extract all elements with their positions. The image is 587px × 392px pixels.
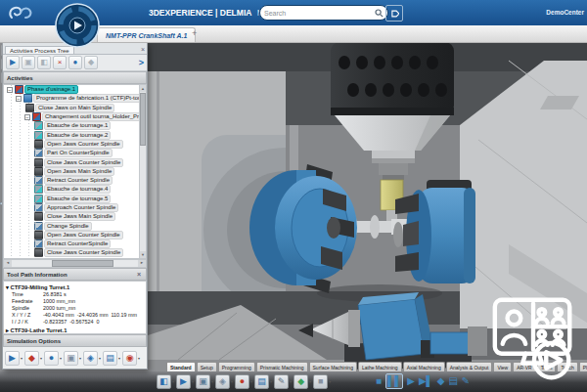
expand-toolbar-icon[interactable]: > — [139, 58, 144, 67]
action-tab-prismatic-machining[interactable]: Prismatic Machining — [256, 362, 308, 371]
action-tab-analysis-output[interactable]: Analysis & Output — [446, 362, 493, 371]
tree-item[interactable]: Retract Counter Spindle — [4, 176, 140, 185]
trace-options-icon-dropdown[interactable]: ▾ — [99, 356, 101, 361]
toolpath-section-header[interactable]: ▾ CTF39-Milling Turret.1 — [6, 284, 144, 290]
scrollbar-thumb[interactable] — [140, 93, 146, 146]
account-name[interactable]: DemoCenter — [546, 9, 584, 16]
display-options-icon[interactable]: ▤ — [103, 351, 117, 366]
demo-video-overlay-icon[interactable] — [487, 290, 583, 386]
action-tab-lathe-machining[interactable]: Lathe Machining — [358, 362, 402, 371]
scroll-left-icon[interactable]: ◄ — [4, 260, 12, 267]
event-list-button[interactable]: ▤ — [448, 374, 457, 388]
tree-item[interactable]: −Phase d'usinage.1 — [4, 85, 140, 94]
restore-state-icon[interactable]: ▣ — [22, 56, 35, 69]
preview-simulation-icon[interactable]: ▶ — [176, 374, 191, 389]
add-tab-button[interactable]: + — [192, 29, 197, 38]
pause-button[interactable]: ▌▌ — [385, 373, 403, 389]
display-options-icon-dropdown[interactable]: ▾ — [118, 356, 120, 361]
tree-item[interactable]: Open Jaws Main Spindle — [4, 167, 140, 176]
toolpath-info-header[interactable]: Tool Path Information × — [3, 268, 147, 281]
collision-check-icon-dropdown[interactable]: ▾ — [309, 379, 311, 384]
team-review-icon[interactable]: ▤ — [254, 374, 269, 389]
workpiece-simulation-icon[interactable]: ▶ — [5, 351, 20, 366]
scroll-right-icon[interactable]: ► — [138, 260, 146, 267]
report-icon-dropdown[interactable]: ▾ — [290, 379, 292, 384]
preview-simulation-icon-dropdown[interactable]: ▾ — [192, 379, 194, 384]
operator-view-icon[interactable]: ● — [68, 56, 82, 69]
scrollbar-thumb[interactable] — [52, 260, 113, 267]
scroll-down-icon[interactable]: ▼ — [140, 251, 146, 258]
cancel-simulation-icon[interactable]: × — [53, 56, 67, 69]
probe-simulation-icon-dropdown[interactable]: ▾ — [79, 356, 81, 361]
tree-item[interactable]: −Programme de fabrication.1 (CTF)Pt-tour… — [4, 94, 140, 103]
action-tab-axial-machining[interactable]: Axial Machining — [403, 362, 445, 371]
close-icon[interactable]: × — [137, 270, 141, 279]
probe-simulation-icon[interactable]: ▣ — [64, 351, 78, 366]
document-tab[interactable]: NMT-PPR CrankShaft A.1 — [97, 27, 196, 42]
process-flow-icon[interactable]: ■ — [313, 374, 328, 389]
color-analysis-icon-dropdown[interactable]: ▾ — [138, 356, 140, 361]
undo-icon[interactable]: ◧ — [157, 374, 171, 389]
play-button[interactable]: ▶ — [407, 374, 415, 388]
tree-item[interactable]: Open Jaws Counter Spindle — [4, 231, 140, 240]
process-flow-icon-dropdown[interactable]: ▾ — [329, 379, 331, 384]
action-tab-programming[interactable]: Programming — [218, 362, 255, 371]
tree-item[interactable]: Part On CounterSpindle — [4, 149, 140, 157]
machine-icon-dropdown[interactable]: ▾ — [211, 379, 213, 384]
expander-icon[interactable]: − — [24, 114, 30, 120]
team-review-icon-dropdown[interactable]: ▾ — [270, 379, 272, 384]
tree-item[interactable]: Ebauche de tournage.2 — [4, 130, 140, 139]
tree-item[interactable]: Close Jaws on Main Spindle — [4, 104, 140, 112]
stop-button[interactable]: ■ — [376, 374, 382, 388]
step-forward-button[interactable]: ▶▌ — [419, 374, 433, 388]
expander-icon[interactable]: − — [16, 96, 22, 102]
simulation-options-header[interactable]: Simulation Options — [3, 334, 147, 347]
run-simulation-icon[interactable]: ▶ — [6, 56, 20, 69]
tree-item[interactable]: Ebauche de tournage.5 — [4, 195, 140, 203]
3dexperience-compass[interactable] — [54, 2, 101, 49]
expander-icon[interactable]: − — [7, 87, 13, 93]
operator-simulation-icon-dropdown[interactable]: ▾ — [60, 356, 62, 361]
tree-item[interactable]: −Changement outil tourna_Holder_Product1 — [4, 112, 140, 121]
tree-vertical-scrollbar[interactable]: ▲ ▼ — [139, 85, 146, 258]
phase-op-icon — [15, 85, 23, 94]
scroll-up-icon[interactable]: ▲ — [140, 85, 146, 92]
trace-options-icon[interactable]: ◈ — [83, 351, 98, 366]
tree-item[interactable]: Ebauche de tournage.4 — [4, 185, 140, 194]
workpiece-simulation-icon-dropdown[interactable]: ▾ — [21, 356, 23, 361]
operator-simulation-icon[interactable]: ● — [44, 351, 59, 366]
save-state-icon[interactable]: ◧ — [37, 56, 51, 69]
search-box[interactable]: Search — [259, 5, 388, 21]
color-map-icon[interactable]: ● — [235, 374, 249, 389]
workpiece-icon-dropdown[interactable]: ▾ — [231, 379, 233, 384]
tree-item[interactable]: Close Jaws Counter Spindle — [4, 248, 140, 257]
color-map-icon-dropdown[interactable]: ▾ — [250, 379, 252, 384]
action-tab-surface-machining[interactable]: Surface Machining — [309, 362, 357, 371]
material-removal-icon[interactable]: ◆ — [84, 56, 98, 69]
undo-icon-dropdown[interactable]: ▾ — [172, 379, 174, 384]
search-icon[interactable] — [375, 9, 384, 18]
workpiece-icon[interactable]: ◈ — [215, 374, 230, 389]
player-options-button[interactable]: ◆ — [437, 374, 445, 388]
tree-item[interactable]: Approach Counter Spindle — [4, 203, 140, 212]
machine-icon[interactable]: ▣ — [196, 374, 210, 389]
action-tab-standard[interactable]: Standard — [166, 362, 196, 371]
tree-item[interactable]: Ebauche de tournage.1 — [4, 121, 140, 130]
3ds-logo[interactable] — [8, 4, 33, 22]
tree-item[interactable]: Close Jaws Main Spindle — [4, 212, 140, 221]
report-icon[interactable]: ✎ — [274, 374, 289, 389]
tag-button[interactable] — [385, 5, 403, 22]
action-tab-setup[interactable]: Setup — [197, 362, 217, 371]
tree-horizontal-scrollbar[interactable]: ◄ ► — [3, 259, 147, 268]
annotate-button[interactable]: ✎ — [462, 374, 470, 388]
tree-item[interactable]: Retract CounterSpindle — [4, 240, 140, 248]
tree-item[interactable]: Close Jaws Counter Spindle — [4, 157, 140, 166]
tree-item[interactable]: Change Spindle — [4, 221, 140, 230]
collision-check-icon[interactable]: ◆ — [294, 374, 308, 389]
close-icon[interactable]: × — [141, 45, 145, 54]
machine-simulation-icon-dropdown[interactable]: ▾ — [40, 356, 42, 361]
tree-item[interactable]: Open Jaws Counter Spindle — [4, 140, 140, 149]
color-analysis-icon[interactable]: ◉ — [122, 351, 137, 366]
machine-simulation-icon[interactable]: ◆ — [24, 351, 39, 366]
toolpath-section-header[interactable]: ▸ CTF39-Lathe Turret.1 — [6, 327, 144, 333]
